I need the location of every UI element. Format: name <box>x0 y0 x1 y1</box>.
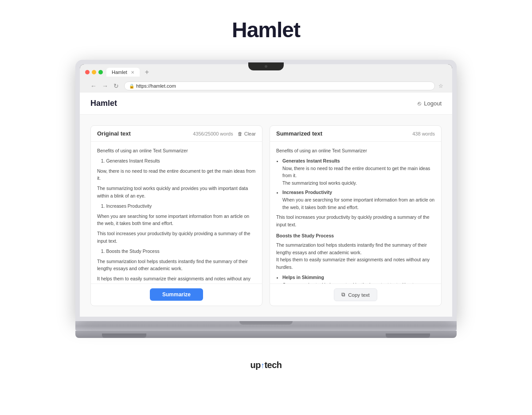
reload-button[interactable]: ↻ <box>112 81 121 90</box>
app-main: Original text 4356/25000 words 🗑 Clear B… <box>80 115 452 317</box>
logout-label: Logout <box>424 100 442 107</box>
summarized-panel-header: Summarized text 438 words <box>270 126 441 142</box>
original-text-line: Now, there is no need to read the entire… <box>97 167 256 182</box>
summarized-paragraph: The summarization tool helps students in… <box>276 241 435 271</box>
traffic-lights <box>85 70 103 74</box>
summarized-list-item: Generates Instant Results Now, there is … <box>282 157 435 187</box>
page-title: Hamlet <box>232 18 300 42</box>
summarized-panel-footer: ⧉ Copy text <box>270 283 441 306</box>
original-panel-header: Original text 4356/25000 words 🗑 Clear <box>91 126 262 142</box>
address-bar[interactable]: 🔒 https://hamlet.com <box>124 81 435 90</box>
copy-icon: ⧉ <box>341 292 345 298</box>
clear-button[interactable]: 🗑 Clear <box>238 131 256 136</box>
browser-content: Hamlet ⎋ Logout Original text 4356/25000… <box>80 93 452 317</box>
original-panel-footer: Summarize <box>91 283 262 305</box>
bookmark-button[interactable]: ☆ <box>438 83 443 89</box>
traffic-light-red[interactable] <box>85 70 90 74</box>
original-text-line: When you are searching for some importan… <box>97 213 256 228</box>
copy-text-label: Copy text <box>348 292 370 298</box>
uptech-logo-text: up↑tech <box>250 360 282 370</box>
app-logo: Hamlet <box>90 99 117 108</box>
camera-notch <box>248 62 284 70</box>
trash-icon: 🗑 <box>238 131 243 136</box>
lock-icon: 🔒 <box>129 84 134 89</box>
browser-tab-active[interactable]: Hamlet ✕ <box>106 68 140 77</box>
logout-icon: ⎋ <box>418 100 421 107</box>
summarized-paragraph: This tool increases your productivity by… <box>276 213 435 229</box>
laptop-foot <box>75 331 457 338</box>
traffic-light-green[interactable] <box>98 70 103 74</box>
summarized-word-count: 438 words <box>412 131 435 136</box>
original-text-line: It helps them to easily summarize their … <box>97 275 256 283</box>
tab-close-icon[interactable]: ✕ <box>131 70 134 75</box>
foot-rubber-left <box>102 334 146 338</box>
logout-button[interactable]: ⎋ Logout <box>418 100 442 107</box>
clear-label: Clear <box>244 131 256 136</box>
original-text-panel: Original text 4356/25000 words 🗑 Clear B… <box>90 125 262 306</box>
browser-address-bar: ← → ↻ 🔒 https://hamlet.com ☆ <box>85 79 447 93</box>
summarized-list: Generates Instant Results Now, there is … <box>276 157 435 211</box>
laptop-base <box>75 321 457 331</box>
laptop-screen-inner: Hamlet ✕ + ← → ↻ 🔒 https://hamlet.com <box>80 64 452 317</box>
summarized-list-2: Helps in Skimming Our summarize tool hel… <box>276 274 435 283</box>
back-button[interactable]: ← <box>89 81 98 90</box>
url-text: https://hamlet.com <box>136 83 176 89</box>
forward-button[interactable]: → <box>100 81 110 90</box>
original-text-line: 1. Increases Productivity <box>97 202 256 210</box>
new-tab-button[interactable]: + <box>143 68 151 76</box>
original-panel-meta: 4356/25000 words 🗑 Clear <box>193 131 256 136</box>
laptop-mockup: Hamlet ✕ + ← → ↻ 🔒 https://hamlet.com <box>75 60 457 338</box>
summarized-intro: Benefits of using an online Text Summari… <box>276 147 435 155</box>
original-panel-title: Original text <box>97 130 131 137</box>
original-text-line: The summarizing tool works quickly and p… <box>97 185 256 200</box>
foot-rubber-right <box>386 334 430 338</box>
summarized-text-panel: Summarized text 438 words Benefits of us… <box>270 125 442 306</box>
browser-nav-buttons: ← → ↻ <box>89 81 121 90</box>
original-text-body[interactable]: Benefits of using an online Text Summari… <box>91 142 262 283</box>
summarized-list-item: Increases Productivity When you are sear… <box>282 189 435 211</box>
app-header: Hamlet ⎋ Logout <box>80 93 452 115</box>
original-text-line: 1. Generates Instant Results <box>97 157 256 165</box>
summarized-list-item: Helps in Skimming Our summarize tool hel… <box>282 274 435 283</box>
laptop-screen: Hamlet ✕ + ← → ↻ 🔒 https://hamlet.com <box>75 60 457 321</box>
original-text-line: The summarization tool helps students in… <box>97 258 256 273</box>
uptech-arrow-icon: ↑ <box>261 361 265 370</box>
original-text-line: 1. Boosts the Study Process <box>97 248 256 255</box>
summarized-section-heading: Boosts the Study Process <box>276 232 435 240</box>
bottom-brand: up↑tech <box>250 360 282 370</box>
laptop-hinge <box>239 321 293 325</box>
summarized-panel-title: Summarized text <box>276 130 322 137</box>
summarized-text-body: Benefits of using an online Text Summari… <box>270 142 441 283</box>
original-text-content: Benefits of using an online Text Summari… <box>97 147 256 155</box>
word-count: 4356/25000 words <box>193 131 233 136</box>
traffic-light-yellow[interactable] <box>92 70 96 74</box>
copy-text-button[interactable]: ⧉ Copy text <box>334 288 377 301</box>
camera-dot <box>265 65 267 68</box>
summarize-button[interactable]: Summarize <box>150 288 203 301</box>
tab-label: Hamlet <box>112 70 127 75</box>
original-text-line: This tool increases your productivity by… <box>97 230 256 245</box>
